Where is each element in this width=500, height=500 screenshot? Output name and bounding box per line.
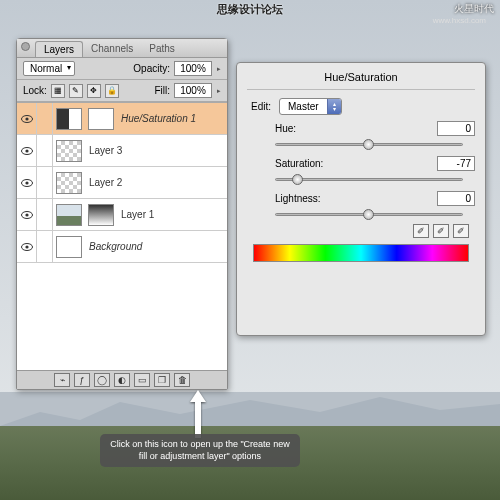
annotation-arrow <box>188 390 208 440</box>
tab-paths[interactable]: Paths <box>141 41 183 57</box>
new-layer-icon[interactable]: ❐ <box>154 373 170 387</box>
layer-name[interactable]: Layer 3 <box>89 145 122 156</box>
opacity-value[interactable]: 100% <box>174 61 212 76</box>
layers-footer: ⌁ ƒ ◯ ◐ ▭ ❐ 🗑 <box>17 370 227 389</box>
edit-select[interactable]: Master <box>279 98 342 115</box>
layer-row[interactable]: Layer 1 <box>17 199 227 231</box>
lightness-slider[interactable] <box>275 208 463 220</box>
saturation-label: Saturation: <box>275 158 337 169</box>
watermark-forum: 思缘设计论坛 <box>217 2 283 17</box>
fill-value[interactable]: 100% <box>174 83 212 98</box>
hue-saturation-dialog: Hue/Saturation Edit: Master Hue:0 Satura… <box>236 62 486 336</box>
lock-transparent-icon[interactable]: ▦ <box>51 84 65 98</box>
eyedropper-add-icon[interactable]: ✐ <box>433 224 449 238</box>
fill-label: Fill: <box>154 85 170 96</box>
tab-layers[interactable]: Layers <box>35 41 83 57</box>
eyedropper-icon[interactable]: ✐ <box>413 224 429 238</box>
trash-icon[interactable]: 🗑 <box>174 373 190 387</box>
mask-icon[interactable]: ◯ <box>94 373 110 387</box>
layer-thumb[interactable] <box>56 140 82 162</box>
watermark-site: www.hxsd.com <box>433 16 486 25</box>
layers-list: Hue/Saturation 1 Layer 3 Layer 2 Layer 1… <box>17 102 227 370</box>
visibility-icon[interactable] <box>17 231 37 262</box>
visibility-icon[interactable] <box>17 199 37 230</box>
layer-row[interactable]: Layer 3 <box>17 135 227 167</box>
layer-row[interactable]: Background <box>17 231 227 263</box>
link-cell[interactable] <box>37 199 53 230</box>
svg-point-7 <box>25 213 28 216</box>
layer-thumb[interactable] <box>56 172 82 194</box>
mask-thumb[interactable] <box>88 204 114 226</box>
svg-point-5 <box>25 181 28 184</box>
link-cell[interactable] <box>37 135 53 166</box>
fx-icon[interactable]: ƒ <box>74 373 90 387</box>
lightness-label: Lightness: <box>275 193 337 204</box>
link-cell[interactable] <box>37 103 53 134</box>
watermark-brand: 火星时代 <box>454 2 494 16</box>
lightness-value[interactable]: 0 <box>437 191 475 206</box>
dialog-title: Hue/Saturation <box>247 69 475 90</box>
lock-move-icon[interactable]: ✥ <box>87 84 101 98</box>
layer-thumb[interactable] <box>56 236 82 258</box>
layer-name[interactable]: Background <box>89 241 142 252</box>
hue-slider[interactable] <box>275 138 463 150</box>
adjustment-layer-icon[interactable]: ◐ <box>114 373 130 387</box>
tab-channels[interactable]: Channels <box>83 41 141 57</box>
saturation-value[interactable]: -77 <box>437 156 475 171</box>
lock-label: Lock: <box>23 85 47 96</box>
layer-thumb[interactable] <box>56 204 82 226</box>
saturation-slider[interactable] <box>275 173 463 185</box>
spectrum-bar[interactable] <box>253 244 469 262</box>
adjustment-thumb[interactable] <box>56 108 82 130</box>
group-icon[interactable]: ▭ <box>134 373 150 387</box>
lock-all-icon[interactable]: 🔒 <box>105 84 119 98</box>
layers-panel: Layers Channels Paths Normal Opacity: 10… <box>16 38 228 390</box>
layer-row[interactable]: Hue/Saturation 1 <box>17 103 227 135</box>
blend-row: Normal Opacity: 100%▸ <box>17 58 227 80</box>
visibility-icon[interactable] <box>17 167 37 198</box>
visibility-icon[interactable] <box>17 103 37 134</box>
visibility-icon[interactable] <box>17 135 37 166</box>
chevron-icon[interactable]: ▸ <box>217 87 221 95</box>
layer-name[interactable]: Layer 2 <box>89 177 122 188</box>
layer-name[interactable]: Hue/Saturation 1 <box>121 113 196 124</box>
lock-paint-icon[interactable]: ✎ <box>69 84 83 98</box>
chevron-icon[interactable]: ▸ <box>217 65 221 73</box>
annotation-tooltip: Click on this icon to open up the "Creat… <box>100 434 300 467</box>
mask-thumb[interactable] <box>88 108 114 130</box>
layer-name[interactable]: Layer 1 <box>121 209 154 220</box>
link-cell[interactable] <box>37 231 53 262</box>
lock-row: Lock: ▦ ✎ ✥ 🔒 Fill: 100%▸ <box>17 80 227 102</box>
svg-point-3 <box>25 149 28 152</box>
panel-tabs: Layers Channels Paths <box>17 39 227 58</box>
layer-row[interactable]: Layer 2 <box>17 167 227 199</box>
close-icon[interactable] <box>21 42 30 51</box>
svg-point-1 <box>25 117 28 120</box>
link-cell[interactable] <box>37 167 53 198</box>
link-icon[interactable]: ⌁ <box>54 373 70 387</box>
opacity-label: Opacity: <box>133 63 170 74</box>
eyedropper-subtract-icon[interactable]: ✐ <box>453 224 469 238</box>
edit-label: Edit: <box>251 101 271 112</box>
svg-point-9 <box>25 245 28 248</box>
hue-label: Hue: <box>275 123 337 134</box>
blend-mode-select[interactable]: Normal <box>23 61 75 76</box>
hue-value[interactable]: 0 <box>437 121 475 136</box>
